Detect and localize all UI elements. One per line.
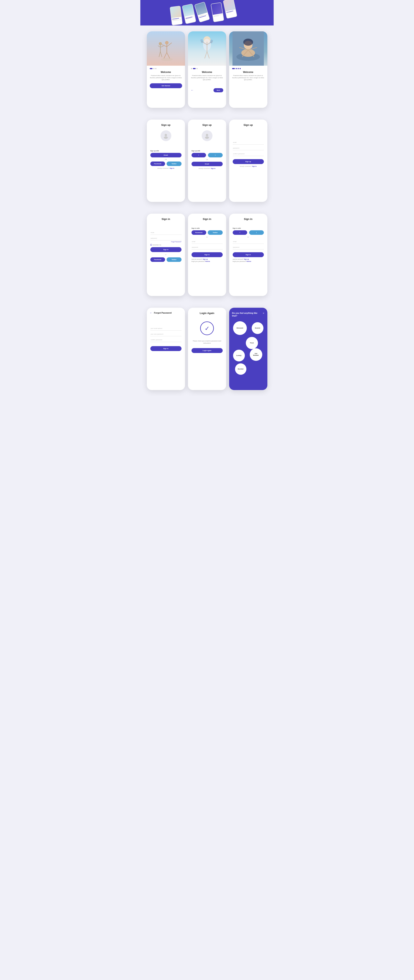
signup-1-content: Sign up Sign up with Email OR Facebook T…	[147, 119, 185, 173]
svg-point-30	[243, 38, 253, 46]
la-desc: Please check your email for password res…	[191, 340, 223, 344]
onboard-screen-2: Welcome Praesent tellus mauris, tincidun…	[188, 31, 226, 108]
signin-twitter-button[interactable]: Twitter	[167, 257, 182, 262]
back-arrow-icon[interactable]: ←	[191, 89, 194, 92]
signin-1-email-input[interactable]	[150, 231, 182, 235]
la-content: Login Again ✓ Please check your email fo…	[188, 308, 226, 357]
scared-bubble[interactable]: Scared	[252, 322, 263, 334]
onboard-3-title: Welcome	[232, 71, 264, 73]
signup-facebook-button[interactable]: Facebook	[150, 162, 165, 166]
la-login-again-button[interactable]: Login again	[191, 348, 223, 353]
signin-1-remember-check[interactable]: ✓	[150, 244, 152, 246]
dot-1-3	[155, 68, 156, 69]
la-title: Login Again	[200, 312, 215, 315]
signin-2-or: Or	[191, 236, 223, 238]
dot-3-1	[232, 68, 235, 69]
stressed-bubble[interactable]: Stressed	[233, 321, 247, 335]
signin-1-title: Sign in	[150, 218, 182, 221]
signin-1-button[interactable]: Sign in	[150, 247, 182, 252]
emotion-title: Do you feel anything like that?	[232, 312, 263, 317]
signin-3-retrive-link[interactable]: Retrive	[247, 261, 251, 262]
signin-2-signup-link[interactable]: Sign up	[203, 259, 208, 260]
onboard-1-title: Welcome	[150, 71, 182, 73]
signup-1-avatar	[161, 130, 171, 141]
signin-3-or: Or	[232, 236, 264, 238]
signin-3-password-input[interactable]	[232, 245, 264, 250]
la-check-circle: ✓	[200, 321, 214, 335]
emotion-close-button[interactable]: ×	[263, 312, 264, 315]
signup-tw-icon-btn[interactable]: t	[208, 153, 223, 158]
signup-2-email-button[interactable]: Email	[191, 162, 223, 166]
signup-2-signin-link[interactable]: Sign in	[211, 168, 215, 169]
signin-3-need: need an account? Sign up forgot your pas…	[232, 258, 264, 262]
signup-2-avatar	[202, 130, 212, 141]
dot-1-active	[150, 68, 153, 69]
tired-bubble[interactable]: Tired	[246, 337, 258, 349]
signup-confirm-input[interactable]	[232, 152, 264, 156]
fp-email-input[interactable]	[150, 326, 182, 331]
get-started-button[interactable]: Get Started	[150, 83, 182, 88]
extra-phone-grid: ← Forgot Password Sign in Login Again ✓ …	[144, 308, 270, 390]
signup-1-signin-link[interactable]: Sign in	[170, 167, 174, 169]
signin-2-email-input[interactable]	[191, 240, 223, 244]
fb-f-letter: f	[199, 154, 199, 156]
svg-point-32	[164, 137, 168, 139]
lonely-bubble[interactable]: Lonely	[233, 350, 245, 361]
signup-2-already: already remember? Sign in	[191, 168, 223, 169]
signup-fb-icon-btn[interactable]: f	[191, 153, 206, 158]
fp-signin-button[interactable]: Sign in	[150, 346, 182, 351]
excited-bubble[interactable]: Excited	[235, 363, 247, 375]
signin-1-or: or	[150, 254, 182, 255]
signup-3-title: Sign up	[232, 124, 264, 126]
next-button[interactable]: Next	[213, 88, 223, 92]
signin-2-twitter-button[interactable]: Twitter	[208, 230, 223, 235]
svg-point-7	[159, 42, 162, 45]
la-checkmark-icon: ✓	[205, 325, 210, 332]
onboard-screen-3: Welcome Praesent tellus mauris, tincidun…	[229, 31, 268, 108]
fp-new-password-input[interactable]	[150, 332, 182, 336]
just-meditate-bubble[interactable]: JustMeditate	[250, 348, 262, 361]
signin-3-button[interactable]: Sign in	[232, 252, 264, 257]
signup-1-or: OR	[150, 159, 182, 160]
emotion-bubbles: Stressed Scared Tired Lonely JustMeditat…	[232, 321, 264, 376]
signin-section: Sign in Forgot Password? ✓ remember me S…	[140, 208, 274, 302]
signin-1-forgot-link[interactable]: Forgot Password?	[150, 241, 182, 242]
onboard-1-content: Welcome Praesent tellus mauris, tincidun…	[147, 66, 185, 91]
dot-3-2	[236, 68, 237, 69]
dot-2-active	[193, 68, 196, 69]
signup-email-input[interactable]	[232, 140, 264, 145]
fp-confirm-input[interactable]	[150, 338, 182, 342]
signup-twitter-button[interactable]: Twitter	[167, 162, 182, 166]
signin-1-social: Facebook Twitter	[150, 257, 182, 262]
fp-back-arrow[interactable]: ←	[150, 311, 153, 314]
signin-3-email-input[interactable]	[232, 240, 264, 244]
signup-email-button[interactable]: Email	[150, 153, 182, 158]
onboard-1-desc: Praesent tellus mauris, tincidunt nec ip…	[150, 75, 182, 81]
signin-fb-icon-btn[interactable]: f	[232, 230, 247, 235]
signin-fb-f: f	[240, 232, 240, 233]
signup-3-signin-link[interactable]: Sign in	[252, 165, 256, 167]
dot-3-4	[240, 68, 241, 69]
fp-header: ← Forgot Password	[147, 308, 185, 317]
signin-3-signup-link[interactable]: Sign up	[244, 259, 249, 260]
signup-1-already: already remember? Sign in	[150, 167, 182, 169]
signin-tw-icon-btn[interactable]: t	[249, 230, 264, 235]
onboard-image-sky	[188, 31, 226, 66]
signin-screen-1: Sign in Forgot Password? ✓ remember me S…	[147, 214, 185, 296]
signin-2-retrive-link[interactable]: Retrive	[205, 261, 210, 262]
signin-2-button[interactable]: Sign in	[191, 252, 223, 257]
svg-line-20	[205, 51, 207, 59]
signup-2-icon-row: f t	[191, 153, 223, 158]
svg-point-0	[161, 58, 173, 61]
signup-password-input[interactable]	[232, 146, 264, 150]
signin-2-social: Facebook Twitter	[191, 230, 223, 235]
emotion-screen: Do you feel anything like that? × Stress…	[229, 308, 268, 390]
signin-facebook-button[interactable]: Facebook	[150, 257, 165, 262]
signin-2-password-input[interactable]	[191, 245, 223, 250]
signin-2-facebook-button[interactable]: Facebook	[191, 230, 206, 235]
signup-2-content: Sign up Sign up with f t	[188, 119, 226, 173]
signup-3-button[interactable]: Sign up	[232, 159, 264, 164]
signin-1-password-input[interactable]	[150, 236, 182, 240]
signin-3-title: Sign in	[232, 218, 264, 221]
dot-3-3	[237, 68, 239, 69]
